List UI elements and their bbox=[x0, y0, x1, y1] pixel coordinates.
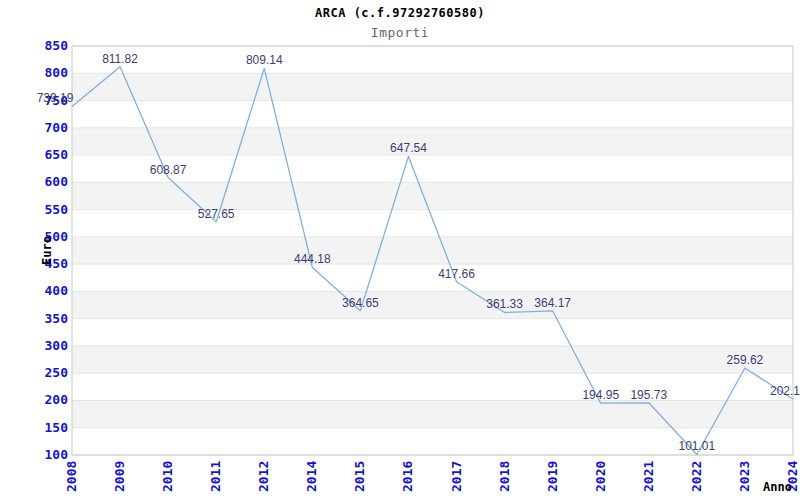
svg-text:100: 100 bbox=[45, 447, 69, 462]
chart-container: ARCA (c.f.97292760580) Importi 100150200… bbox=[0, 0, 800, 500]
svg-text:2011: 2011 bbox=[208, 461, 223, 492]
svg-text:2021: 2021 bbox=[641, 461, 656, 492]
svg-text:2023: 2023 bbox=[737, 461, 752, 492]
svg-text:400: 400 bbox=[45, 283, 69, 298]
plot-bands bbox=[72, 73, 793, 427]
svg-text:2009: 2009 bbox=[112, 461, 127, 492]
svg-text:364.17: 364.17 bbox=[534, 296, 571, 310]
svg-text:2015: 2015 bbox=[352, 461, 367, 492]
svg-text:2019: 2019 bbox=[545, 461, 560, 492]
svg-text:250: 250 bbox=[45, 365, 69, 380]
svg-text:361.33: 361.33 bbox=[486, 297, 523, 311]
y-axis-title: Euro bbox=[40, 236, 54, 265]
svg-text:259.62: 259.62 bbox=[727, 353, 764, 367]
svg-text:444.18: 444.18 bbox=[294, 252, 331, 266]
svg-text:850: 850 bbox=[45, 38, 69, 53]
svg-text:647.54: 647.54 bbox=[390, 141, 427, 155]
svg-text:2017: 2017 bbox=[449, 461, 464, 492]
svg-text:550: 550 bbox=[45, 202, 69, 217]
svg-text:194.95: 194.95 bbox=[582, 388, 619, 402]
svg-text:417.66: 417.66 bbox=[438, 267, 475, 281]
svg-text:809.14: 809.14 bbox=[246, 53, 283, 67]
svg-text:527.65: 527.65 bbox=[198, 207, 235, 221]
svg-text:2014: 2014 bbox=[304, 461, 319, 492]
svg-text:2018: 2018 bbox=[497, 461, 512, 492]
svg-text:150: 150 bbox=[45, 420, 69, 435]
svg-text:608.87: 608.87 bbox=[150, 163, 187, 177]
svg-text:2012: 2012 bbox=[256, 461, 271, 492]
svg-text:202.1: 202.1 bbox=[770, 384, 800, 398]
svg-text:101.01: 101.01 bbox=[679, 439, 716, 453]
svg-text:600: 600 bbox=[45, 174, 69, 189]
svg-text:800: 800 bbox=[45, 65, 69, 80]
svg-text:350: 350 bbox=[45, 311, 69, 326]
svg-text:195.73: 195.73 bbox=[630, 388, 667, 402]
svg-text:700: 700 bbox=[45, 120, 69, 135]
svg-text:2020: 2020 bbox=[593, 461, 608, 492]
svg-text:2022: 2022 bbox=[689, 461, 704, 492]
svg-text:811.82: 811.82 bbox=[102, 52, 138, 66]
svg-text:200: 200 bbox=[45, 392, 69, 407]
svg-text:2016: 2016 bbox=[400, 461, 415, 492]
x-axis-tick-labels: 2008200920102011201220142015201620172018… bbox=[64, 461, 800, 492]
svg-text:739.19: 739.19 bbox=[37, 91, 74, 105]
svg-text:2008: 2008 bbox=[64, 461, 79, 492]
x-axis-title: Anno bbox=[763, 480, 792, 494]
svg-text:650: 650 bbox=[45, 147, 69, 162]
chart-svg: 1001502002503003504004505005506006507007… bbox=[0, 0, 800, 500]
svg-text:2010: 2010 bbox=[160, 461, 175, 492]
svg-text:300: 300 bbox=[45, 338, 69, 353]
svg-text:364.65: 364.65 bbox=[342, 296, 379, 310]
